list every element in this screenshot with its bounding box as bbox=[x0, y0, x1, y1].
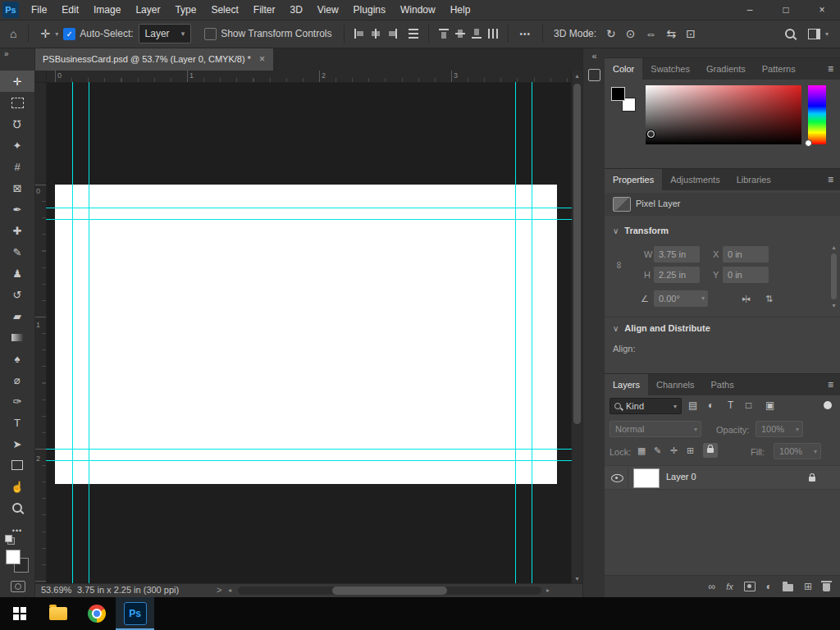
scroll-up-icon[interactable]: ▴ bbox=[572, 72, 582, 80]
tool-marquee[interactable] bbox=[0, 92, 34, 113]
collapsed-panel-icon[interactable] bbox=[588, 69, 600, 81]
lock-transparent-icon[interactable]: ▦ bbox=[637, 445, 646, 456]
move-tool-preset-icon[interactable]: ✛ bbox=[35, 27, 55, 40]
align-top-edges-icon[interactable] bbox=[439, 29, 449, 39]
tool-history-brush[interactable]: ↺ bbox=[0, 284, 34, 305]
align-left-edges-icon[interactable] bbox=[354, 29, 364, 39]
align-vertical-centers-icon[interactable] bbox=[455, 29, 465, 39]
restore-button[interactable]: □ bbox=[768, 0, 804, 20]
tool-eyedropper[interactable]: ✒ bbox=[0, 199, 34, 220]
document-viewport[interactable] bbox=[46, 82, 572, 584]
ruler-origin[interactable] bbox=[34, 71, 47, 83]
tool-eraser[interactable]: ▰ bbox=[0, 305, 34, 326]
tab-swatches[interactable]: Swatches bbox=[642, 58, 698, 80]
tab-paths[interactable]: Paths bbox=[703, 374, 742, 395]
tab-properties[interactable]: Properties bbox=[605, 169, 662, 190]
tool-type[interactable]: T bbox=[0, 412, 34, 433]
foreground-background-colors[interactable] bbox=[6, 550, 29, 573]
menu-help[interactable]: Help bbox=[443, 0, 478, 20]
more-options-icon[interactable]: ••• bbox=[515, 30, 536, 39]
tool-path-selection[interactable]: ➤ bbox=[0, 433, 34, 454]
opacity-field[interactable]: 100% ▾ bbox=[756, 421, 803, 437]
collapse-panels-icon[interactable]: « bbox=[583, 51, 605, 61]
tool-move[interactable]: ✛ bbox=[0, 71, 34, 92]
lock-paint-icon[interactable]: ✎ bbox=[654, 445, 661, 456]
tool-gradient[interactable] bbox=[0, 326, 34, 348]
saturation-brightness-field[interactable] bbox=[646, 85, 801, 144]
workspace-dropdown-icon[interactable]: ▾ bbox=[825, 30, 829, 38]
rotate-field[interactable]: 0.00° ▾ bbox=[654, 290, 708, 307]
transform-section-header[interactable]: ∨Transform bbox=[613, 226, 669, 235]
foreground-color-swatch[interactable] bbox=[6, 550, 21, 564]
layer-filter-dropdown[interactable]: Kind ▾ bbox=[609, 398, 682, 414]
3d-roll-icon[interactable]: ⊙ bbox=[621, 27, 641, 40]
menu-image[interactable]: Image bbox=[86, 0, 128, 20]
panel-menu-icon[interactable]: ≡ bbox=[828, 169, 833, 190]
layer-thumbnail[interactable] bbox=[633, 468, 660, 488]
file-explorer-button[interactable] bbox=[39, 597, 77, 630]
menu-filter[interactable]: Filter bbox=[246, 0, 283, 20]
tab-channels[interactable]: Channels bbox=[648, 374, 702, 395]
color-foreground-background[interactable] bbox=[611, 87, 636, 112]
height-field[interactable]: 2.25 in bbox=[654, 267, 700, 283]
align-section-header[interactable]: ∨Align and Distribute bbox=[613, 323, 710, 333]
tool-object-selection[interactable]: ✦ bbox=[0, 135, 34, 156]
tool-zoom[interactable] bbox=[0, 497, 34, 518]
scroll-down-icon[interactable]: ▾ bbox=[829, 302, 838, 309]
lock-move-icon[interactable]: ✛ bbox=[670, 445, 678, 456]
layer-effects-icon[interactable]: fx bbox=[726, 582, 733, 591]
horizontal-scrollbar[interactable] bbox=[238, 587, 541, 595]
home-icon[interactable]: ⌂ bbox=[5, 27, 21, 40]
menu-layer[interactable]: Layer bbox=[128, 0, 167, 20]
distribute-vertical-icon[interactable] bbox=[488, 29, 498, 39]
menu-3d[interactable]: 3D bbox=[282, 0, 309, 20]
tool-healing-brush[interactable]: ✚ bbox=[0, 220, 34, 241]
tab-color[interactable]: Color bbox=[605, 58, 642, 80]
lock-artboard-icon[interactable]: ⊞ bbox=[687, 445, 694, 456]
quick-mask-icon[interactable] bbox=[11, 581, 25, 592]
fill-field[interactable]: 100% ▾ bbox=[774, 443, 821, 459]
layer-visibility-icon[interactable] bbox=[611, 474, 623, 482]
y-field[interactable]: 0 in bbox=[723, 267, 769, 283]
tool-hand[interactable]: ☝ bbox=[0, 476, 34, 497]
menu-file[interactable]: File bbox=[24, 0, 54, 20]
filter-pixel-layers-icon[interactable]: ▤ bbox=[688, 399, 697, 411]
default-colors-icon[interactable] bbox=[5, 535, 15, 545]
close-button[interactable]: × bbox=[804, 0, 840, 20]
tool-lasso[interactable]: ℧ bbox=[0, 113, 34, 135]
menu-view[interactable]: View bbox=[310, 0, 346, 20]
layer-row[interactable]: Layer 0 bbox=[605, 465, 840, 490]
panel-menu-icon[interactable]: ≡ bbox=[828, 58, 833, 80]
flip-vertical-icon[interactable]: ⇅ bbox=[765, 294, 772, 304]
foreground-color-swatch[interactable] bbox=[611, 87, 625, 101]
filter-smart-objects-icon[interactable]: ▣ bbox=[765, 399, 774, 411]
width-field[interactable]: 3.75 in bbox=[654, 246, 700, 262]
menu-edit[interactable]: Edit bbox=[54, 0, 86, 20]
distribute-horizontal-icon[interactable] bbox=[409, 29, 418, 39]
lock-all-button[interactable] bbox=[703, 443, 718, 458]
tool-crop[interactable]: # bbox=[0, 156, 34, 177]
tab-libraries[interactable]: Libraries bbox=[728, 169, 779, 190]
vertical-scroll-thumb[interactable] bbox=[573, 84, 581, 424]
status-chevron-icon[interactable]: > bbox=[217, 585, 221, 595]
layer-mask-icon[interactable] bbox=[744, 582, 756, 591]
chevron-down-icon[interactable]: ▾ bbox=[701, 290, 705, 307]
blend-mode-dropdown[interactable]: Normal ▾ bbox=[609, 421, 701, 437]
hue-cursor[interactable] bbox=[805, 139, 812, 147]
new-group-icon[interactable] bbox=[783, 584, 793, 591]
vertical-scrollbar[interactable]: ▴ ▾ bbox=[571, 71, 582, 584]
link-layers-icon[interactable]: ∞ bbox=[709, 581, 716, 592]
3d-orbit-icon[interactable]: ↻ bbox=[601, 27, 621, 40]
workspace-icon[interactable] bbox=[808, 29, 820, 39]
3d-pan-icon[interactable]: ⇔ bbox=[641, 27, 662, 40]
3d-slide-icon[interactable]: ⇆ bbox=[662, 27, 682, 40]
menu-type[interactable]: Type bbox=[167, 0, 203, 20]
horizontal-scroll-thumb[interactable] bbox=[332, 587, 447, 595]
scroll-right-icon[interactable]: ▸ bbox=[546, 587, 550, 594]
tab-adjustments[interactable]: Adjustments bbox=[662, 169, 728, 190]
start-button[interactable] bbox=[0, 597, 39, 630]
scroll-up-icon[interactable]: ▴ bbox=[829, 244, 838, 251]
new-layer-icon[interactable]: ⊞ bbox=[804, 581, 812, 592]
chrome-button[interactable] bbox=[77, 597, 116, 630]
tool-pen[interactable]: ✑ bbox=[0, 390, 34, 412]
